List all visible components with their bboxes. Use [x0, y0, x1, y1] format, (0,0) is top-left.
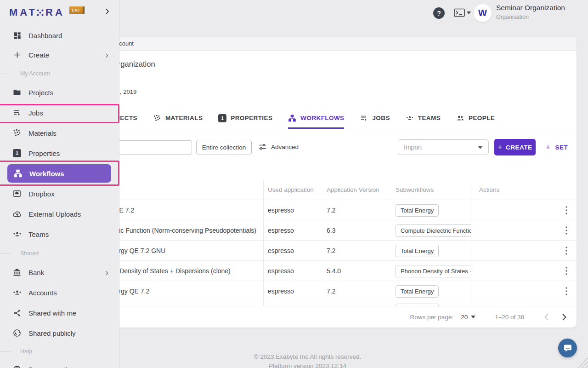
next-page-button[interactable] — [562, 314, 566, 321]
chat-launcher-button[interactable] — [558, 339, 577, 357]
subworkflow-chip: Total Energy — [396, 245, 439, 257]
subworkflow-chip: Compute Dielectric Function — [396, 224, 471, 237]
tab-label: MATERIALS — [165, 115, 203, 121]
sidebar-item-projects[interactable]: Projects — [0, 82, 119, 103]
tab-workflows[interactable]: WORKFLOWS — [288, 107, 344, 129]
previous-page-button[interactable] — [544, 314, 548, 321]
sidebar-item-label: Documentation — [28, 366, 75, 368]
sidebar-item-jobs[interactable]: Jobs — [0, 103, 119, 123]
terminal-icon — [454, 8, 465, 17]
subworkflow-chip: Phonon Density of States + Dispersions — [396, 265, 471, 277]
application-version: 7.2 — [327, 241, 335, 261]
plus-icon: + — [546, 143, 550, 152]
dropbox-icon — [12, 189, 22, 198]
logo-row: MAT RA ENT › — [0, 0, 119, 26]
tab-label: PROPERTIES — [231, 115, 272, 121]
create-label: CREATE — [506, 144, 532, 151]
application-version: 5.4.0 — [327, 261, 341, 281]
sidebar-item-materials[interactable]: Materials — [0, 123, 119, 143]
sidebar-item-bank[interactable]: Bank › — [0, 262, 119, 282]
name-column-divider — [263, 180, 264, 306]
set-button[interactable]: + SET — [546, 143, 568, 152]
row-actions-menu-icon[interactable] — [561, 286, 571, 296]
sidebar-item-accounts[interactable]: Accounts — [0, 282, 119, 303]
used-application: espresso — [268, 281, 294, 301]
rows-per-page-select[interactable]: 20 — [461, 314, 475, 321]
properties-badge-icon: 1 — [218, 114, 226, 122]
sidebar-item-external-uploads[interactable]: External Uploads — [0, 204, 119, 224]
sidebar-item-shared-with-me[interactable]: Shared with me — [0, 303, 119, 323]
entire-collection-button[interactable]: Entire collection — [196, 140, 252, 155]
used-application: espresso — [268, 241, 294, 261]
chevron-down-icon — [467, 12, 471, 14]
section-label: Shared — [20, 250, 39, 257]
tab-people[interactable]: PEOPLE — [456, 107, 495, 129]
tab-label: PEOPLE — [469, 115, 495, 121]
sidebar-item-label: Materials — [28, 129, 57, 137]
mat3ra-logo[interactable]: MAT RA — [9, 6, 65, 18]
avatar[interactable]: W — [474, 4, 492, 22]
sidebar-item-dashboard[interactable]: Dashboard — [0, 26, 119, 45]
ent-badge: ENT — [69, 6, 85, 14]
advanced-filters-button[interactable]: Advanced — [258, 143, 299, 151]
rows-per-page-label: Rows per page: — [410, 314, 454, 321]
rows-per-page-value: 20 — [461, 314, 468, 321]
column-header-subworkflows: Subworkflows — [396, 186, 434, 193]
logo-dots-icon — [36, 9, 44, 17]
sidebar-item-workflows[interactable]: Workflows — [7, 164, 111, 183]
sidebar-item-properties[interactable]: 1 Properties — [0, 143, 119, 163]
column-header-used-application: Used application — [268, 186, 314, 193]
sidebar-item-label: External Uploads — [28, 210, 81, 218]
folder-icon — [12, 88, 22, 97]
create-button[interactable]: + CREATE — [494, 139, 536, 155]
sidebar-item-create[interactable]: Create › — [0, 45, 119, 64]
sidebar-item-label: Bank — [28, 269, 44, 276]
materials-icon — [12, 128, 22, 138]
used-application: espresso — [268, 220, 294, 241]
row-actions-menu-icon[interactable] — [561, 225, 571, 236]
cloud-upload-icon — [12, 209, 22, 219]
page-subtitle: , 2019 — [120, 88, 136, 95]
sidebar-item-label: Dashboard — [28, 32, 62, 40]
sidebar-item-teams[interactable]: Teams — [0, 224, 119, 244]
sidebar-item-label: Jobs — [28, 109, 43, 117]
import-select[interactable]: Import — [398, 139, 489, 155]
tab-properties[interactable]: 1 PROPERTIES — [218, 107, 272, 129]
plus-icon — [12, 51, 22, 59]
people-icon — [456, 114, 464, 122]
application-version: 7.2 — [327, 200, 335, 220]
corner-resize-stripes — [574, 354, 588, 368]
row-actions-menu-icon[interactable] — [561, 246, 571, 256]
advanced-label: Advanced — [271, 144, 299, 150]
tab-jobs[interactable]: JOBS — [360, 107, 390, 129]
section-label: My Account — [20, 70, 50, 77]
sidebar-item-label: Shared with me — [28, 309, 76, 317]
sidebar-section-shared: Shared — [0, 244, 119, 262]
properties-icon: 1 — [12, 149, 22, 157]
pagination-range: 1–20 of 38 — [495, 314, 524, 321]
sidebar-item-shared-publicly[interactable]: Shared publicly — [0, 323, 119, 343]
sidebar-section-my-account: My Account — [0, 64, 119, 82]
jobs-icon — [360, 114, 368, 122]
sidebar-collapse-chevron-icon[interactable]: › — [105, 5, 109, 17]
plus-icon: + — [498, 143, 503, 152]
help-icon[interactable]: ? — [433, 7, 445, 19]
tab-materials[interactable]: MATERIALS — [153, 107, 203, 129]
teams-icon — [12, 230, 22, 239]
sidebar-item-dropbox[interactable]: Dropbox — [0, 184, 119, 204]
bank-icon — [12, 268, 22, 277]
tab-label: WORKFLOWS — [300, 115, 344, 121]
tab-teams[interactable]: TEAMS — [406, 107, 441, 129]
share-icon — [12, 309, 22, 317]
console-button[interactable] — [454, 8, 471, 17]
sidebar-item-documentation[interactable]: Documentation — [0, 359, 119, 368]
tune-icon — [258, 143, 267, 151]
documentation-icon — [12, 365, 22, 368]
row-actions-menu-icon[interactable] — [561, 205, 571, 215]
account-info[interactable]: Seminar Organization Organisation — [496, 4, 565, 20]
used-application: espresso — [268, 261, 294, 281]
row-actions-menu-icon[interactable] — [561, 266, 571, 276]
teams-icon — [406, 114, 414, 122]
chevron-right-icon: › — [105, 50, 108, 59]
chevron-down-icon — [478, 146, 483, 149]
